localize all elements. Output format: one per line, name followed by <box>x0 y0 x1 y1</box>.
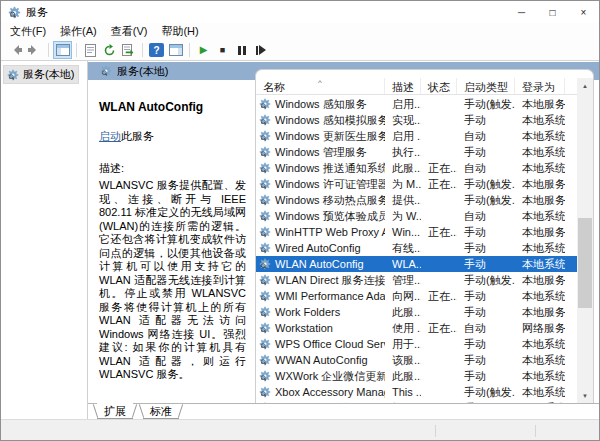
stop-service-button[interactable]: ■ <box>213 41 232 59</box>
services-window: 服务 ─ □ × 文件(F) 操作(A) 查看(V) 帮助(H) <box>0 0 600 441</box>
startup-type-cell: 自动 <box>457 209 515 224</box>
refresh-button[interactable] <box>100 41 119 59</box>
pause-service-button[interactable] <box>232 41 251 59</box>
table-row[interactable]: WinHTTP Web Proxy Aut... Win... 正在... 手动… <box>256 224 577 240</box>
service-action-line: 启动此服务 <box>99 129 246 144</box>
column-header-logon-as[interactable]: 登录为 <box>515 78 565 94</box>
service-name-cell: WLAN Direct 服务连接管... <box>275 273 385 288</box>
startup-type-cell: 自动 <box>457 321 515 336</box>
startup-type-cell: 手动 <box>457 369 515 384</box>
start-icon: ▶ <box>200 45 208 55</box>
extended-view-icon <box>169 44 183 56</box>
table-row[interactable]: WLAN AutoConfig WLA... 手动 本地系统 <box>256 256 577 272</box>
scroll-down-icon[interactable]: ▼ <box>577 388 593 403</box>
table-row[interactable]: WXWork 企业微信更新服务 此服... 手动 本地系统 <box>256 368 577 384</box>
description-cell: WLA... <box>385 258 421 270</box>
column-header-name[interactable]: 名称 ^ <box>256 78 385 94</box>
service-gear-icon <box>259 178 271 190</box>
logon-as-cell: 本地服务 <box>515 177 565 192</box>
scrollbar-thumb[interactable] <box>578 218 592 308</box>
table-row[interactable]: WMI Performance Adapt... 向网... 正在... 手动 … <box>256 288 577 304</box>
table-row[interactable]: Xbox Accessory Manage... This ... 手动(触发.… <box>256 384 577 400</box>
start-service-button[interactable]: ▶ <box>194 41 213 59</box>
service-name-cell: WinHTTP Web Proxy Aut... <box>275 226 385 238</box>
column-header-startup-type[interactable]: 启动类型 <box>457 78 515 94</box>
table-row[interactable]: Windows 预览体验成员服务 为 W... 自动 本地系统 <box>256 208 577 224</box>
export-list-button[interactable] <box>119 41 138 59</box>
logon-as-cell: 本地系统 <box>515 113 565 128</box>
service-gear-icon <box>259 114 271 126</box>
service-gear-icon <box>259 162 271 174</box>
console-tree-pane: 服务(本地) <box>1 61 88 419</box>
window-controls: ─ □ × <box>506 1 599 23</box>
tree-item-services-local[interactable]: 服务(本地) <box>3 65 79 84</box>
logon-as-cell: 本地系统 <box>515 257 565 272</box>
description-cell: 实现... <box>385 113 421 128</box>
table-row[interactable]: Windows 管理服务 执行... 手动 本地系统 <box>256 144 577 160</box>
start-service-link[interactable]: 启动 <box>99 130 121 142</box>
help-button[interactable]: ? <box>147 41 166 59</box>
services-gear-icon <box>7 69 19 81</box>
startup-type-cell: 自动 <box>457 129 515 144</box>
column-header-status[interactable]: 状态 <box>421 78 457 94</box>
show-console-tree-button[interactable] <box>53 41 72 59</box>
logon-as-cell: 本地系统 <box>515 289 565 304</box>
description-cell: 使用 ... <box>385 321 421 336</box>
table-row[interactable]: WWAN AutoConfig 该服... 手动 本地系统 <box>256 352 577 368</box>
maximize-button[interactable]: □ <box>537 1 568 23</box>
menu-view[interactable]: 查看(V) <box>104 24 155 39</box>
minimize-button[interactable]: ─ <box>506 1 537 23</box>
table-row[interactable]: WLAN Direct 服务连接管... 管理... 手动(触发... 本地服务 <box>256 272 577 288</box>
window-title: 服务 <box>26 5 48 20</box>
table-header: 名称 ^ 描述 状态 启动类型 登录为 <box>256 78 577 95</box>
extended-view-button[interactable] <box>166 41 185 59</box>
status-bar <box>1 419 599 440</box>
logon-as-cell: 本地服务 <box>515 273 565 288</box>
toolbar-separator <box>76 43 77 57</box>
description-cell: 此服... <box>385 305 421 320</box>
service-gear-icon <box>259 98 271 110</box>
column-header-description[interactable]: 描述 <box>385 78 421 94</box>
table-row[interactable]: Workstation 使用 ... 正在... 自动 网络服务 <box>256 320 577 336</box>
properties-button[interactable] <box>81 41 100 59</box>
logon-as-cell: 本地系统 <box>515 337 565 352</box>
table-row[interactable]: Windows 许可证管理器服务 为 M... 正在... 手动(触发... 本… <box>256 176 577 192</box>
services-list-panel: 名称 ^ 描述 状态 启动类型 登录为 Windows 感知服务 启用... 手… <box>255 69 594 403</box>
logon-as-cell: 本地系统 <box>515 161 565 176</box>
main-area: 服务(本地) 服务(本地) WLAN AutoConfig 启动此服务 描述: … <box>1 61 599 419</box>
selected-service-name: WLAN AutoConfig <box>99 100 246 114</box>
restart-service-button[interactable] <box>251 41 270 59</box>
table-row[interactable]: Work Folders 此服... 手动 本地服务 <box>256 304 577 320</box>
description-cell: 启用... <box>385 97 421 112</box>
service-name-cell: WLAN AutoConfig <box>275 258 364 270</box>
close-button[interactable]: × <box>568 1 599 23</box>
scroll-up-icon[interactable]: ▲ <box>577 78 593 93</box>
table-row[interactable]: Windows 更新医生服务 启用 ... 自动 本地系统 <box>256 128 577 144</box>
vertical-scrollbar[interactable]: ▲ ▼ <box>577 78 593 403</box>
service-name-cell: WMI Performance Adapt... <box>275 290 385 302</box>
table-row[interactable]: Windows 移动热点服务 提供... 手动(触发... 本地服务 <box>256 192 577 208</box>
view-tabs: 扩展 标准 <box>88 404 599 419</box>
table-row[interactable]: Windows 感知服务 启用... 手动(触发... 本地服务 <box>256 96 577 112</box>
forward-button[interactable] <box>25 41 44 59</box>
sort-asc-icon: ^ <box>318 78 322 87</box>
description-cell: 执行... <box>385 145 421 160</box>
menu-file[interactable]: 文件(F) <box>3 24 53 39</box>
description-cell: 此服... <box>385 369 421 384</box>
table-row[interactable]: Wired AutoConfig 有线... 手动 本地系统 <box>256 240 577 256</box>
description-cell: 向网... <box>385 289 421 304</box>
menu-help[interactable]: 帮助(H) <box>154 24 205 39</box>
startup-type-cell: 手动 <box>457 305 515 320</box>
logon-as-cell: 本地系统 <box>515 145 565 160</box>
service-gear-icon <box>259 258 271 270</box>
tab-extended[interactable]: 扩展 <box>92 404 138 419</box>
logon-as-cell: 本地服务 <box>515 193 565 208</box>
service-name-cell: WPS Office Cloud Service <box>275 338 385 350</box>
table-row[interactable]: Windows 推送通知系统服务 此服... 正在... 自动 本地系统 <box>256 160 577 176</box>
menu-action[interactable]: 操作(A) <box>53 24 104 39</box>
tab-standard[interactable]: 标准 <box>138 404 184 419</box>
description-cell: 有线... <box>385 241 421 256</box>
table-row[interactable]: Windows 感知模拟服务 实现... 手动 本地系统 <box>256 112 577 128</box>
back-button[interactable] <box>6 41 25 59</box>
table-row[interactable]: WPS Office Cloud Service 用于... 手动 本地系统 <box>256 336 577 352</box>
